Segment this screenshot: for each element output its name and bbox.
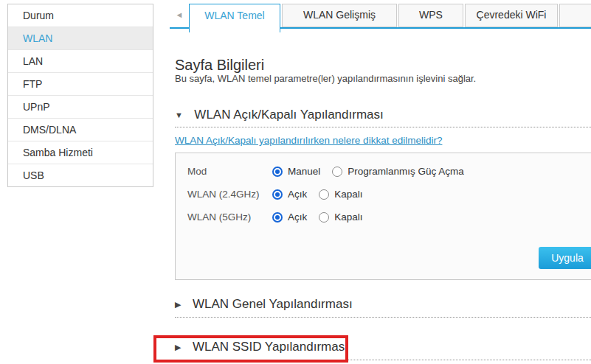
form-rows: Mod Manuel Programlanmış Güç Açma WLAN (…: [176, 153, 591, 224]
section-wlan-ssid-header[interactable]: ▶ WLAN SSID Yapılandırması: [175, 340, 591, 360]
sidebar-item-dms-dlna[interactable]: DMS/DLNA: [8, 119, 153, 141]
sidebar-item-lan[interactable]: LAN: [8, 50, 153, 73]
apply-button[interactable]: Uygula: [539, 247, 591, 269]
wlan-onoff-help-link[interactable]: WLAN Açık/Kapalı yapılandırılırken neler…: [175, 135, 442, 146]
wlan-5ghz-option-kapali[interactable]: Kapalı: [319, 211, 362, 223]
mod-option-manuel-label: Manuel: [288, 166, 320, 177]
sidebar-item-ftp[interactable]: FTP: [8, 73, 153, 96]
wlan-5ghz-option-kapali-label: Kapalı: [334, 211, 362, 223]
collapse-arrow-icon: ▼: [175, 111, 183, 119]
tab-partial[interactable]: [559, 4, 591, 27]
radio-selected-icon: [272, 189, 283, 200]
mod-option-manuel[interactable]: Manuel: [272, 166, 320, 177]
wlan-5ghz-option-acik[interactable]: Açık: [272, 211, 307, 223]
sidebar-item-upnp[interactable]: UPnP: [8, 96, 153, 119]
section-wlan-onoff-header[interactable]: ▼ WLAN Açık/Kapalı Yapılandırması: [175, 108, 591, 127]
radio-selected-icon: [272, 212, 283, 223]
wlan-24ghz-option-kapali-label: Kapalı: [334, 189, 362, 200]
radio-unselected-icon: [319, 189, 329, 200]
expand-arrow-icon: ▶: [175, 300, 181, 309]
tab-bar: ◄ WLAN Temel WLAN Gelişmiş WPS Çevredeki…: [170, 4, 591, 36]
form-row-wlan-5ghz: WLAN (5GHz) Açık Kapalı: [187, 210, 591, 224]
tab-scroll-left-icon[interactable]: ◄: [170, 4, 189, 27]
wlan-onoff-form: Mod Manuel Programlanmış Güç Açma WLAN (…: [175, 153, 591, 280]
wlan-24ghz-label: WLAN (2.4GHz): [187, 189, 272, 200]
wlan-24ghz-option-kapali[interactable]: Kapalı: [319, 189, 362, 200]
radio-unselected-icon: [319, 212, 329, 223]
section-wlan-genel-title: WLAN Genel Yapılandırması: [193, 297, 353, 311]
sidebar-item-durum[interactable]: Durum: [8, 4, 153, 27]
wlan-5ghz-option-acik-label: Açık: [288, 211, 307, 223]
page-title: Sayfa Bilgileri: [175, 57, 264, 74]
wlan-24ghz-option-acik[interactable]: Açık: [272, 189, 307, 200]
radio-selected-icon: [272, 167, 283, 177]
radio-unselected-icon: [332, 167, 342, 177]
mod-option-programlanmis-label: Programlanmış Güç Açma: [348, 166, 464, 177]
sidebar-item-usb[interactable]: USB: [8, 164, 153, 186]
section-wlan-ssid-title: WLAN SSID Yapılandırması: [193, 340, 348, 354]
form-row-mod: Mod Manuel Programlanmış Güç Açma: [187, 164, 591, 178]
tab-wps[interactable]: WPS: [398, 4, 463, 27]
tab-cevredeki-wifi[interactable]: Çevredeki WiFi: [465, 4, 558, 27]
wlan-24ghz-option-acik-label: Açık: [288, 189, 307, 200]
tab-wlan-gelismis[interactable]: WLAN Gelişmiş: [282, 4, 397, 27]
expand-arrow-icon: ▶: [175, 343, 181, 352]
section-wlan-genel-header[interactable]: ▶ WLAN Genel Yapılandırması: [175, 297, 591, 318]
section-wlan-onoff-title: WLAN Açık/Kapalı Yapılandırması: [194, 108, 383, 122]
sidebar-item-wlan[interactable]: WLAN: [8, 27, 153, 50]
sidebar-item-samba[interactable]: Samba Hizmeti: [8, 141, 153, 164]
tab-wlan-temel[interactable]: WLAN Temel: [189, 4, 280, 32]
mod-option-programlanmis[interactable]: Programlanmış Güç Açma: [332, 166, 464, 177]
wlan-5ghz-label: WLAN (5GHz): [187, 211, 272, 223]
sidebar-nav: Durum WLAN LAN FTP UPnP DMS/DLNA Samba H…: [7, 4, 153, 187]
form-row-wlan-24ghz: WLAN (2.4GHz) Açık Kapalı: [187, 187, 591, 201]
mod-label: Mod: [187, 166, 272, 177]
page-description: Bu sayfa, WLAN temel parametre(ler) yapı…: [175, 73, 476, 84]
